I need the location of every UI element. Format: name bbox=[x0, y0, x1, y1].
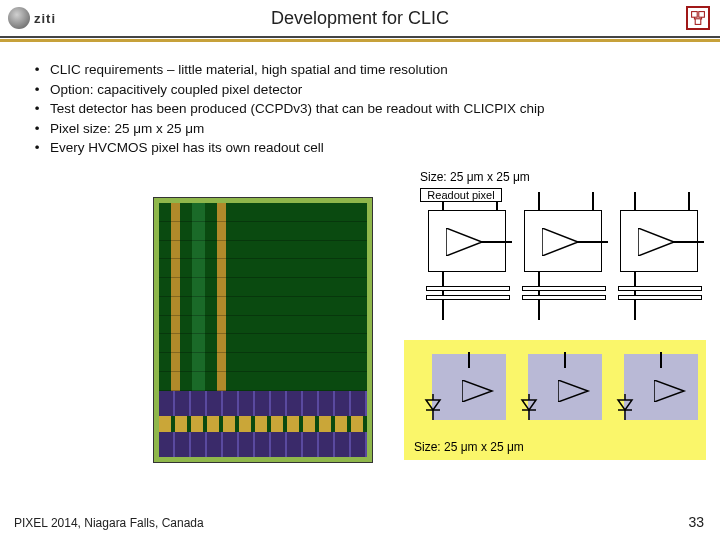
svg-rect-0 bbox=[692, 12, 698, 18]
capacitor-icon bbox=[420, 286, 516, 304]
list-item: •Test detector has been produced (CCPDv3… bbox=[24, 99, 696, 119]
size-label-lower: Size: 25 μm x 25 μm bbox=[414, 440, 524, 454]
svg-marker-5 bbox=[446, 228, 482, 256]
bullet-text: CLIC requirements – little material, hig… bbox=[50, 60, 448, 80]
svg-marker-20 bbox=[618, 400, 632, 410]
institute-logo-icon bbox=[686, 6, 710, 30]
svg-marker-10 bbox=[426, 400, 440, 410]
readout-pixel-label: Readout pixel bbox=[420, 188, 502, 202]
size-label-upper: Size: 25 μm x 25 μm bbox=[420, 170, 530, 184]
readout-cell bbox=[516, 192, 606, 302]
sensor-cell bbox=[432, 354, 506, 420]
capacitor-icon bbox=[516, 286, 612, 304]
amplifier-triangle-icon bbox=[638, 228, 678, 260]
diode-icon bbox=[616, 394, 634, 424]
list-item: •Every HVCMOS pixel has its own readout … bbox=[24, 138, 696, 158]
content: •CLIC requirements – little material, hi… bbox=[0, 42, 720, 158]
page-title: Development for CLIC bbox=[0, 8, 720, 29]
svg-rect-2 bbox=[695, 19, 701, 25]
list-item: •Option: capacitively coupled pixel dete… bbox=[24, 80, 696, 100]
bullet-text: Option: capacitively coupled pixel detec… bbox=[50, 80, 302, 100]
header: ziti Development for CLIC bbox=[0, 0, 720, 38]
capacitor-icon bbox=[612, 286, 708, 304]
chip-layout-image bbox=[154, 198, 372, 462]
amplifier-triangle-icon bbox=[542, 228, 582, 260]
readout-circuit-diagram bbox=[416, 192, 706, 322]
readout-cell bbox=[420, 192, 510, 302]
bullet-text: Every HVCMOS pixel has its own readout c… bbox=[50, 138, 324, 158]
diode-icon bbox=[424, 394, 442, 424]
svg-rect-1 bbox=[699, 12, 705, 18]
sensor-circuit-diagram: Size: 25 μm x 25 μm bbox=[404, 340, 706, 460]
page-number: 33 bbox=[688, 514, 704, 530]
svg-marker-18 bbox=[654, 380, 684, 402]
bullet-text: Pixel size: 25 μm x 25 μm bbox=[50, 119, 204, 139]
figure-area: Size: 25 μm x 25 μm Readout pixel bbox=[0, 170, 720, 500]
svg-marker-7 bbox=[638, 228, 674, 256]
list-item: •Pixel size: 25 μm x 25 μm bbox=[24, 119, 696, 139]
sensor-cell bbox=[528, 354, 602, 420]
sensor-cell bbox=[624, 354, 698, 420]
amplifier-triangle-icon bbox=[462, 380, 496, 406]
amplifier-triangle-icon bbox=[558, 380, 592, 406]
svg-marker-6 bbox=[542, 228, 578, 256]
bullet-text: Test detector has been produced (CCPDv3)… bbox=[50, 99, 545, 119]
list-item: •CLIC requirements – little material, hi… bbox=[24, 60, 696, 80]
svg-marker-13 bbox=[558, 380, 588, 402]
readout-cell bbox=[612, 192, 702, 302]
svg-marker-15 bbox=[522, 400, 536, 410]
amplifier-triangle-icon bbox=[654, 380, 688, 406]
amplifier-triangle-icon bbox=[446, 228, 486, 260]
footer-text: PIXEL 2014, Niagara Falls, Canada bbox=[14, 516, 204, 530]
svg-marker-8 bbox=[462, 380, 492, 402]
diode-icon bbox=[520, 394, 538, 424]
bullet-list: •CLIC requirements – little material, hi… bbox=[24, 60, 696, 158]
